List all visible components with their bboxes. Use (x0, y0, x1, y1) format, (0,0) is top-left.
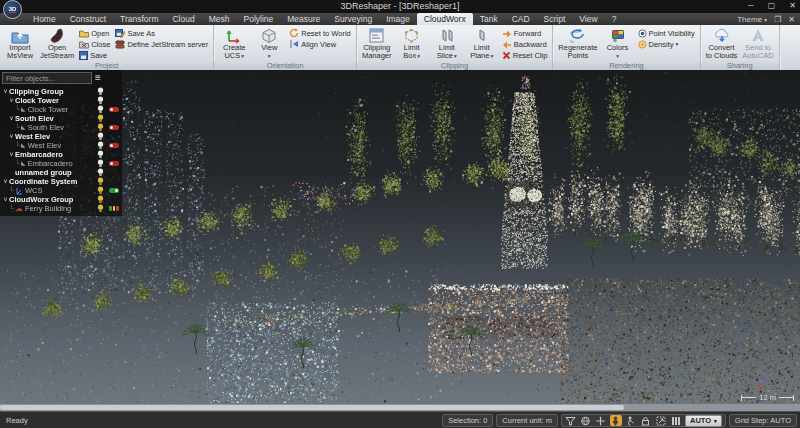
density-button[interactable]: Density▾ (636, 39, 697, 49)
tree-item-0-clipping-group[interactable]: ∨Clipping Group (2, 87, 120, 96)
expand-caret-icon[interactable]: ∨ (8, 132, 15, 141)
menu-tab--[interactable]: ? (605, 13, 624, 25)
visibility-bulb-icon[interactable] (97, 186, 104, 195)
state-toggle-icon[interactable] (109, 188, 119, 193)
tree-item-7-embarcadero[interactable]: ∨Embarcadero (2, 150, 120, 159)
expand-caret-icon[interactable]: ∨ (2, 87, 9, 96)
close-button[interactable]: ✕ (789, 0, 796, 12)
align-view-button[interactable]: Align View (287, 39, 352, 49)
menu-tab-transform[interactable]: Transform (113, 13, 165, 25)
tree-item-3-south-elev[interactable]: ∨South Elev (2, 114, 120, 123)
filter-objects-input[interactable] (2, 72, 92, 84)
horizontal-scrollbar[interactable] (0, 403, 800, 411)
open-button[interactable]: Open (77, 28, 112, 38)
colors-button[interactable]: Colors▾ (601, 26, 635, 61)
point-visibility-button[interactable]: Point Visibility (636, 28, 697, 38)
tree-item-11-wcs[interactable]: └WCS (2, 186, 120, 195)
save-as-button[interactable]: Save As (113, 28, 210, 38)
tree-item-10-coordinate-system[interactable]: ∨Coordinate System (2, 177, 120, 186)
tree-item-4-south-elev[interactable]: └◣South Elev (2, 123, 120, 132)
child-close-button[interactable]: ✕ (788, 15, 795, 24)
reset-clip-button[interactable]: Reset Clip (500, 50, 550, 60)
tree-item-13-ferry-building[interactable]: └☁Ferry Building (2, 204, 120, 213)
open-jetstream-button[interactable]: OpenJetStream (38, 26, 76, 61)
view-button[interactable]: View▾ (252, 26, 286, 61)
menu-tab-surveying[interactable]: Surveying (327, 13, 379, 25)
move-icon[interactable] (595, 415, 607, 426)
save-button[interactable]: Save (77, 50, 112, 60)
tree-item-2-clock-tower[interactable]: └◣Clock Tower (2, 105, 120, 114)
menu-tab-image[interactable]: Image (379, 13, 417, 25)
menu-tab-tank[interactable]: Tank (473, 13, 505, 25)
clip-state-toggle-icon[interactable] (109, 161, 119, 166)
fit-view-icon[interactable] (655, 415, 667, 426)
expand-caret-icon[interactable]: ∨ (8, 114, 15, 123)
clip-state-toggle-icon[interactable] (109, 143, 119, 148)
menu-tab-home[interactable]: Home (26, 13, 63, 25)
lock-icon[interactable] (640, 415, 652, 426)
clip-state-toggle-icon[interactable] (109, 125, 119, 130)
visibility-bulb-icon[interactable] (97, 87, 104, 96)
scrollbar-thumb[interactable] (0, 405, 624, 410)
expand-caret-icon[interactable]: ∨ (8, 96, 15, 105)
child-restore-button[interactable]: ❐ (774, 15, 781, 24)
visibility-bulb-icon[interactable] (97, 177, 104, 186)
visibility-bulb-icon[interactable] (97, 159, 104, 168)
define-jetstream-server-button[interactable]: Define JetStream server (113, 39, 210, 49)
visibility-bulb-icon[interactable] (97, 123, 104, 132)
backward-button[interactable]: Backward (500, 39, 550, 49)
regenerate-points-button[interactable]: RegeneratePoints (556, 26, 599, 61)
create-ucs-button[interactable]: CreateUCS▾ (217, 26, 251, 61)
convert-to-clouds-button[interactable]: Convertto Clouds (704, 26, 740, 61)
tree-item-9-unnamed-group[interactable]: unnamed group (2, 168, 120, 177)
menu-tab-cad[interactable]: CAD (505, 13, 537, 25)
menu-tab-measure[interactable]: Measure (280, 13, 327, 25)
reset-to-world-button[interactable]: Reset to World (287, 28, 352, 38)
menu-tab-view[interactable]: View (572, 13, 604, 25)
clipping-manager-button[interactable]: ClippingManager (360, 26, 394, 61)
maximize-button[interactable]: ▢ (768, 0, 776, 12)
expand-caret-icon[interactable]: ∨ (2, 195, 9, 204)
menu-tab-cloudworx[interactable]: CloudWorx (417, 13, 473, 25)
navigation-globe-icon[interactable] (580, 415, 592, 426)
visibility-bulb-icon[interactable] (97, 132, 104, 141)
visibility-bulb-icon[interactable] (97, 114, 104, 123)
visibility-bulb-icon[interactable] (97, 150, 104, 159)
tree-menu-icon[interactable]: ≡ (95, 73, 101, 83)
visibility-bulb-icon[interactable] (97, 105, 104, 114)
walkthrough-icon[interactable] (625, 415, 637, 426)
menu-tab-polyline[interactable]: Polyline (237, 13, 281, 25)
visibility-bulb-icon[interactable] (97, 96, 104, 105)
visibility-bulb-icon[interactable] (97, 195, 104, 204)
tree-item-12-cloudworx-group[interactable]: ∨CloudWorx Group (2, 195, 120, 204)
selection-filter-icon[interactable] (565, 415, 577, 426)
visibility-bulb-icon[interactable] (97, 168, 104, 177)
grid-columns-icon[interactable] (670, 415, 682, 426)
tree-item-8-embarcadero[interactable]: └◣Embarcadero (2, 159, 120, 168)
color-state-icon[interactable] (109, 206, 119, 211)
examiner-mode-icon[interactable] (610, 415, 622, 426)
minimize-button[interactable]: ─ (748, 0, 754, 12)
expand-caret-icon[interactable]: ∨ (2, 177, 9, 186)
tree-item-1-clock-tower[interactable]: ∨Clock Tower (2, 96, 120, 105)
expand-caret-icon[interactable]: ∨ (8, 150, 15, 159)
menu-tab-mesh[interactable]: Mesh (202, 13, 237, 25)
menu-tab-construct[interactable]: Construct (63, 13, 113, 25)
clip-state-toggle-icon[interactable] (109, 107, 119, 112)
selection-count[interactable]: Selection: 0 (442, 414, 493, 427)
limit-slice-button[interactable]: LimitSlice▾ (430, 26, 464, 61)
tree-item-6-west-elev[interactable]: └◣West Elev (2, 141, 120, 150)
visibility-bulb-icon[interactable] (97, 204, 104, 213)
current-unit[interactable]: Current unit: m (496, 414, 558, 427)
tree-item-5-west-elev[interactable]: ∨West Elev (2, 132, 120, 141)
close-button-project[interactable]: Close (77, 39, 112, 49)
limit-box-button[interactable]: LimitBox▾ (395, 26, 429, 61)
limit-plane-button[interactable]: LimitPlane▾ (465, 26, 499, 61)
import-msview-button[interactable]: ImportMsView (3, 26, 37, 61)
grid-step[interactable]: Grid Step: AUTO (729, 414, 797, 427)
visibility-bulb-icon[interactable] (97, 141, 104, 150)
forward-button[interactable]: Forward (500, 28, 550, 38)
menu-tab-script[interactable]: Script (537, 13, 573, 25)
theme-menu[interactable]: Theme ▾ (737, 15, 767, 24)
menu-tab-cloud[interactable]: Cloud (165, 13, 201, 25)
